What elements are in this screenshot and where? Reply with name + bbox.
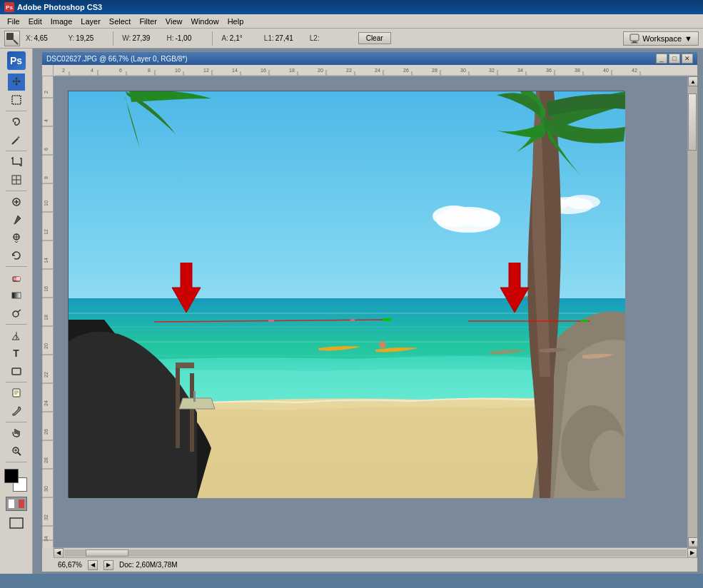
tool-dodge[interactable] — [8, 305, 25, 322]
tool-zoom[interactable] — [8, 442, 25, 460]
vertical-scrollbar[interactable]: ▲ ▼ — [687, 76, 697, 547]
tool-gradient[interactable] — [8, 287, 25, 304]
tool-text[interactable]: T — [8, 345, 25, 362]
scroll-down-arrow[interactable]: ▼ — [688, 537, 697, 547]
tool-history[interactable] — [8, 247, 25, 264]
svg-rect-133 — [190, 373, 194, 452]
foreground-color-swatch[interactable] — [4, 469, 19, 483]
menu-layer[interactable]: Layer — [76, 14, 105, 28]
color-swatches[interactable] — [4, 469, 29, 493]
svg-rect-132 — [176, 363, 180, 448]
svg-text:14: 14 — [44, 258, 49, 263]
close-button[interactable]: ✕ — [682, 54, 693, 64]
tool-magic-wand[interactable] — [8, 131, 25, 148]
svg-text:24: 24 — [375, 68, 380, 73]
svg-text:14: 14 — [232, 68, 238, 73]
svg-line-32 — [18, 452, 21, 455]
svg-text:40: 40 — [603, 68, 609, 73]
horizontal-ruler: 2 4 6 8 10 12 14 16 18 20 22 24 — [54, 65, 697, 76]
status-bar: 66,67% ◀ ▶ Doc: 2,60M/3,78M — [54, 557, 697, 572]
tool-preset-icon[interactable] — [4, 31, 20, 46]
svg-rect-142 — [581, 320, 588, 322]
document-title: DSC02627.JPG @ 66,7% (Layer 0, RGB/8*) — [46, 55, 187, 63]
svg-rect-2 — [6, 33, 14, 40]
v-scroll-thumb[interactable] — [688, 93, 697, 151]
workspace-arrow: ▼ — [684, 34, 692, 43]
status-prev[interactable]: ◀ — [88, 560, 98, 570]
menu-view[interactable]: View — [161, 14, 187, 28]
svg-rect-21 — [12, 293, 21, 298]
svg-rect-143 — [268, 320, 274, 322]
tool-move[interactable] — [8, 74, 25, 91]
l1-value: 27,41 — [275, 34, 304, 42]
quick-mask-toggle[interactable] — [6, 497, 27, 511]
angle-value: 2,1° — [230, 34, 258, 42]
tool-marquee[interactable] — [8, 91, 25, 108]
x-value: 4,65 — [34, 34, 62, 42]
quick-mask-mode — [18, 499, 25, 509]
maximize-button[interactable]: □ — [669, 54, 680, 64]
scroll-right-arrow[interactable]: ▶ — [687, 548, 697, 558]
svg-text:8: 8 — [44, 176, 49, 179]
scroll-left-arrow[interactable]: ◀ — [54, 548, 64, 558]
svg-text:2: 2 — [44, 91, 49, 93]
svg-text:16: 16 — [261, 68, 266, 73]
svg-text:8: 8 — [148, 68, 151, 73]
doc-size: Doc: 2,60M/3,78M — [119, 561, 178, 569]
menu-window[interactable]: Window — [187, 14, 223, 28]
menu-file[interactable]: File — [3, 14, 24, 28]
tool-lasso[interactable] — [8, 113, 25, 131]
minimize-button[interactable]: _ — [656, 54, 667, 64]
doc-content: 2 4 6 8 10 12 14 — [42, 76, 697, 547]
svg-text:26: 26 — [403, 68, 409, 73]
workspace-button[interactable]: Workspace ▼ — [623, 31, 699, 46]
svg-line-8 — [12, 138, 18, 144]
h-scroll-track[interactable] — [64, 549, 687, 557]
h-scroll-thumb[interactable] — [86, 549, 128, 557]
menu-help[interactable]: Help — [223, 14, 248, 28]
x-field: X: 4,65 — [26, 34, 62, 42]
menu-filter[interactable]: Filter — [135, 14, 161, 28]
vertical-ruler: 2 4 6 8 10 12 14 — [42, 76, 54, 547]
tool-brush[interactable] — [8, 211, 25, 228]
document-titlebar: DSC02627.JPG @ 66,7% (Layer 0, RGB/8*) _… — [42, 52, 697, 65]
svg-rect-35 — [10, 518, 23, 528]
menu-image[interactable]: Image — [46, 14, 77, 28]
svg-rect-141 — [383, 318, 391, 321]
tool-hand[interactable] — [8, 425, 25, 442]
w-field: W: 27,39 — [122, 34, 161, 42]
screen-mode[interactable] — [8, 514, 25, 532]
svg-line-3 — [14, 40, 18, 44]
canvas-area: DSC02627.JPG @ 66,7% (Layer 0, RGB/8*) _… — [33, 49, 703, 574]
tool-healing[interactable] — [8, 193, 25, 211]
app-title: Adobe Photoshop CS3 — [17, 3, 102, 11]
horizontal-scrollbar[interactable]: ◀ ▶ — [54, 547, 697, 557]
tool-eyedropper[interactable] — [8, 402, 25, 420]
tool-eraser[interactable] — [8, 269, 25, 286]
tool-slice[interactable] — [8, 171, 25, 188]
svg-rect-7 — [12, 96, 21, 104]
svg-text:18: 18 — [44, 315, 49, 320]
status-next[interactable]: ▶ — [103, 560, 113, 570]
menu-select[interactable]: Select — [105, 14, 136, 28]
svg-text:2: 2 — [62, 68, 65, 73]
svg-point-138 — [379, 341, 386, 348]
clear-button[interactable]: Clear — [358, 32, 391, 44]
svg-text:30: 30 — [460, 68, 466, 73]
image-viewport: ▲ ▼ — [54, 76, 697, 547]
workspace-label: Workspace — [642, 34, 682, 43]
workspace-icon — [629, 34, 639, 44]
tool-pen[interactable] — [8, 327, 25, 344]
tool-crop[interactable] — [8, 153, 25, 171]
scroll-up-arrow[interactable]: ▲ — [688, 76, 697, 86]
image-canvas — [68, 91, 624, 497]
photoshop-icon: Ps — [7, 51, 26, 70]
app-icon: Ps — [4, 2, 14, 12]
svg-text:28: 28 — [432, 68, 438, 73]
svg-rect-144 — [350, 319, 355, 321]
tool-notes[interactable] — [8, 385, 25, 402]
tool-shape[interactable] — [8, 363, 25, 380]
svg-point-30 — [12, 413, 15, 416]
tool-clone[interactable] — [8, 229, 25, 246]
menu-edit[interactable]: Edit — [24, 14, 46, 28]
